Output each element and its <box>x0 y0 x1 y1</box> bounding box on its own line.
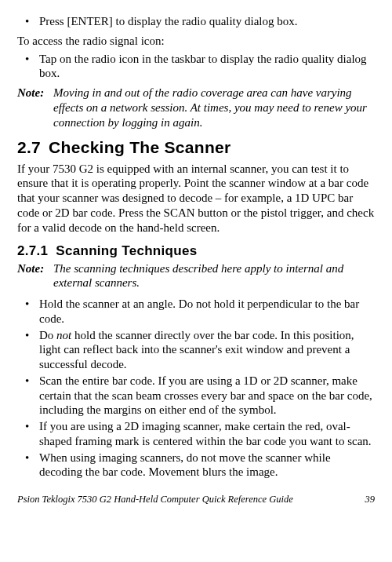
note-text: Moving in and out of the radio coverage … <box>53 86 375 130</box>
list-item: • Press [ENTER] to display the radio qua… <box>17 14 375 29</box>
note-text: The scanning techniques described here a… <box>53 261 375 291</box>
bullet-text: Scan the entire bar code. If you are usi… <box>39 374 375 418</box>
emphasis-not: not <box>56 329 71 341</box>
page-footer: Psion Teklogix 7530 G2 Hand-Held Compute… <box>17 494 375 506</box>
subsection-title: Scanning Techniques <box>56 243 197 258</box>
footer-title: Psion Teklogix 7530 G2 Hand-Held Compute… <box>17 494 293 506</box>
bullet-icon: • <box>17 52 39 82</box>
list-item: • Do not hold the scanner directly over … <box>17 328 375 372</box>
bullet-text: Tap on the radio icon in the taskbar to … <box>39 52 375 82</box>
intro-text: To access the radio signal icon: <box>17 34 375 49</box>
text-fragment: hold the scanner directly over the bar c… <box>39 329 354 371</box>
list-item: • Hold the scanner at an angle. Do not h… <box>17 297 375 327</box>
section-number: 2.7 <box>17 137 41 158</box>
note-block: Note: The scanning techniques described … <box>17 261 375 291</box>
subsection-number: 2.7.1 <box>17 243 48 259</box>
bullet-text: Hold the scanner at an angle. Do not hol… <box>39 297 375 327</box>
note-label: Note: <box>17 86 53 130</box>
bullet-text: Press [ENTER] to display the radio quali… <box>39 14 375 29</box>
bullet-text: Do not hold the scanner directly over th… <box>39 328 375 372</box>
bullet-icon: • <box>17 374 39 418</box>
bullet-text: If you are using a 2D imaging scanner, m… <box>39 419 375 449</box>
section-heading-2-7: 2.7Checking The Scanner <box>17 137 375 158</box>
page-number: 39 <box>365 494 376 506</box>
bullet-icon: • <box>17 328 39 372</box>
access-bullet-list: • Tap on the radio icon in the taskbar t… <box>17 52 375 82</box>
note-label: Note: <box>17 261 53 291</box>
list-item: • When using imaging scanners, do not mo… <box>17 451 375 480</box>
list-item: • Tap on the radio icon in the taskbar t… <box>17 52 375 82</box>
bullet-icon: • <box>17 297 39 327</box>
top-bullet-list: • Press [ENTER] to display the radio qua… <box>17 14 375 29</box>
bullet-icon: • <box>17 451 39 480</box>
bullet-icon: • <box>17 14 39 29</box>
list-item: • Scan the entire bar code. If you are u… <box>17 374 375 418</box>
text-fragment: Do <box>39 329 56 341</box>
bullet-icon: • <box>17 419 39 449</box>
note-block: Note: Moving in and out of the radio cov… <box>17 86 375 130</box>
techniques-bullet-list: • Hold the scanner at an angle. Do not h… <box>17 297 375 480</box>
bullet-text: When using imaging scanners, do not move… <box>39 451 375 480</box>
section-title: Checking The Scanner <box>49 138 230 156</box>
section-body: If your 7530 G2 is equipped with an inte… <box>17 162 375 235</box>
list-item: • If you are using a 2D imaging scanner,… <box>17 419 375 449</box>
subsection-heading-2-7-1: 2.7.1Scanning Techniques <box>17 243 375 259</box>
